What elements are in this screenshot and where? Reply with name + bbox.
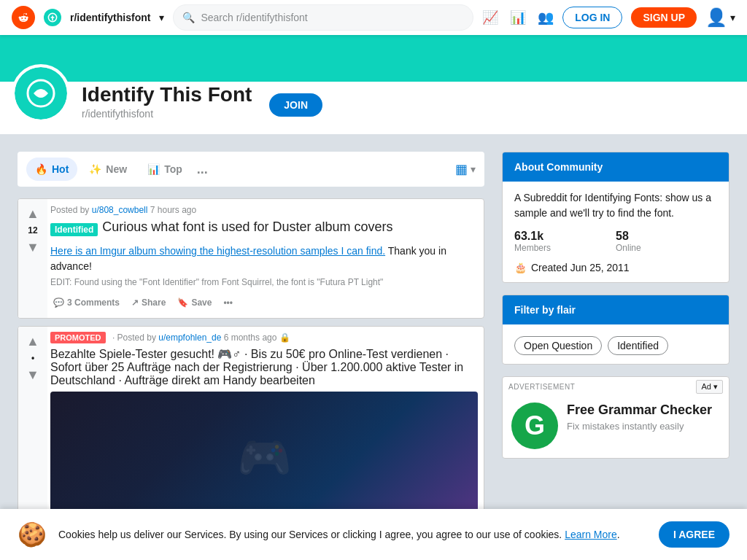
top-nav: r/identifythisfont ▾ 🔍 Search r/identify… xyxy=(0,0,747,35)
sort-new-button[interactable]: ✨ New xyxy=(80,158,136,181)
login-button[interactable]: LOG IN xyxy=(562,7,622,28)
view-mode-icon: ▦ xyxy=(455,161,468,177)
post-flair[interactable]: Identified xyxy=(50,223,98,236)
main-layout: 🔥 Hot ✨ New 📊 Top ... ▦ ▾ ▲ 12 xyxy=(0,152,747,537)
comments-button[interactable]: 💬 3 Comments xyxy=(50,293,123,312)
community-banner xyxy=(0,35,747,82)
about-community-header: About Community xyxy=(503,152,729,182)
subreddit-dropdown-icon[interactable]: ▾ xyxy=(159,12,164,23)
community-description: A Subreddit for Identifying Fonts: show … xyxy=(514,190,717,221)
advertisement-card: ADVERTISEMENT Ad ▾ G Free Grammar Checke… xyxy=(502,376,729,459)
new-icon: ✨ xyxy=(89,163,101,175)
post-time: 7 hours ago xyxy=(150,205,196,215)
trending-icon[interactable]: 📈 xyxy=(482,9,498,26)
ad-label: ADVERTISEMENT xyxy=(508,383,575,391)
community-info: Identify This Font r/identifythisfont xyxy=(82,83,252,122)
ad-content: G Free Grammar Checker Fix mistakes inst… xyxy=(503,397,729,458)
subreddit-nav-name[interactable]: r/identifythisfont xyxy=(70,12,150,23)
community-header: Identify This Font r/identifythisfont JO… xyxy=(0,82,747,134)
cookie-agree-button[interactable]: I AGREE xyxy=(659,521,729,548)
promoted-vote-count: • xyxy=(31,353,34,363)
search-placeholder: Search r/identifythisfont xyxy=(201,12,307,23)
about-community-body: A Subreddit for Identifying Fonts: show … xyxy=(503,182,729,282)
comment-icon: 💬 xyxy=(53,298,64,308)
promoted-post-meta: PROMOTED · Posted by u/empfohlen_de 6 mo… xyxy=(50,332,478,343)
post-title: Curious what font is used for Duster alb… xyxy=(102,219,392,235)
post-edit-text: EDIT: Found using the "Font Identifier" … xyxy=(50,277,478,287)
hot-icon: 🔥 xyxy=(35,163,47,175)
cake-icon: 🎂 xyxy=(514,262,527,273)
view-toggle[interactable]: ▦ ▾ xyxy=(455,161,476,177)
save-icon: 🔖 xyxy=(177,298,188,308)
post-meta: Posted by u/808_cowbell 7 hours ago xyxy=(50,205,478,215)
search-icon: 🔍 xyxy=(182,12,195,23)
upvote-button[interactable]: ▲ xyxy=(24,205,42,222)
members-stat: 63.1k Members xyxy=(514,230,616,253)
reddit-logo[interactable] xyxy=(12,6,35,29)
post-card[interactable]: ▲ 12 ▼ Posted by u/808_cowbell 7 hours a… xyxy=(18,198,484,319)
nav-icon-group: 📈 📊 👥 xyxy=(482,9,554,26)
learn-more-link[interactable]: Learn More xyxy=(565,529,617,540)
view-dropdown-icon: ▾ xyxy=(471,163,476,175)
members-count: 63.1k xyxy=(514,230,616,243)
community-stats: 63.1k Members 58 Online xyxy=(514,230,717,253)
cookie-icon: 🍪 xyxy=(18,521,47,548)
sort-top-button[interactable]: 📊 Top xyxy=(139,158,191,181)
online-label: Online xyxy=(616,243,717,253)
user-menu[interactable]: 👤 ▾ xyxy=(705,7,735,28)
promoted-badge: PROMOTED xyxy=(50,332,106,343)
community-title: Identify This Font xyxy=(82,83,252,106)
community-subreddit-name: r/identifythisfont xyxy=(82,108,252,120)
downvote-button[interactable]: ▼ xyxy=(24,238,42,256)
subreddit-nav-icon xyxy=(44,9,61,26)
user-avatar-icon: 👤 xyxy=(705,7,727,28)
promoted-vote-column: ▲ • ▼ xyxy=(18,327,47,529)
community-icon-wrap xyxy=(12,64,70,122)
cookie-banner: 🍪 Cookies help us deliver our Services. … xyxy=(0,509,747,554)
ad-text: Free Grammar Checker Fix mistakes instan… xyxy=(567,402,712,432)
promoted-author-link[interactable]: u/empfohlen_de xyxy=(158,332,221,343)
sidebar: About Community A Subreddit for Identify… xyxy=(502,152,729,537)
share-icon: ↗ xyxy=(131,298,139,308)
about-community-card: About Community A Subreddit for Identify… xyxy=(502,152,729,283)
join-button[interactable]: JOIN xyxy=(269,93,322,117)
post-actions: 💬 3 Comments ↗ Share 🔖 Save ••• xyxy=(50,293,478,312)
ad-brand-icon: G xyxy=(511,402,558,449)
signup-button[interactable]: SIGN UP xyxy=(631,7,697,28)
created-row: 🎂 Created Jun 25, 2011 xyxy=(514,262,717,273)
post-link[interactable]: Here is an Imgur album showing the highe… xyxy=(50,245,385,257)
post-author-link[interactable]: u/808_cowbell xyxy=(92,205,148,215)
user-menu-chevron[interactable]: ▾ xyxy=(730,12,735,23)
flair-filter-body: Open Question Identified xyxy=(503,324,729,364)
members-label: Members xyxy=(514,243,616,253)
promoted-post-card[interactable]: ▲ • ▼ PROMOTED · Posted by u/empfohlen_d… xyxy=(18,326,484,529)
sort-more-button[interactable]: ... xyxy=(194,162,211,177)
promoted-post-image: 🎮 xyxy=(50,392,478,523)
flair-filter-header: Filter by flair xyxy=(503,295,729,324)
share-button[interactable]: ↗ Share xyxy=(128,293,169,312)
chart-icon[interactable]: 📊 xyxy=(510,9,526,26)
ad-title: Free Grammar Checker xyxy=(567,402,712,418)
cookie-text: Cookies help us deliver our Services. By… xyxy=(58,529,647,540)
ad-badge[interactable]: Ad ▾ xyxy=(696,380,723,394)
online-stat: 58 Online xyxy=(616,230,717,253)
promoted-upvote-button[interactable]: ▲ xyxy=(24,332,42,350)
flair-tag-identified[interactable]: Identified xyxy=(608,336,668,355)
top-icon: 📊 xyxy=(147,163,160,175)
search-bar[interactable]: 🔍 Search r/identifythisfont xyxy=(173,4,473,31)
promoted-downvote-button[interactable]: ▼ xyxy=(24,366,42,384)
promoted-post-body: PROMOTED · Posted by u/empfohlen_de 6 mo… xyxy=(47,327,484,529)
post-body: Posted by u/808_cowbell 7 hours ago Iden… xyxy=(47,199,484,318)
sort-bar: 🔥 Hot ✨ New 📊 Top ... ▦ ▾ xyxy=(18,152,484,187)
community-icon xyxy=(15,67,67,120)
created-label: Created Jun 25, 2011 xyxy=(531,262,630,273)
sort-hot-button[interactable]: 🔥 Hot xyxy=(26,158,77,181)
feed: 🔥 Hot ✨ New 📊 Top ... ▦ ▾ ▲ 12 xyxy=(18,152,484,537)
flair-tag-open-question[interactable]: Open Question xyxy=(514,336,602,355)
flair-filter-card: Filter by flair Open Question Identified xyxy=(502,295,729,365)
online-count: 58 xyxy=(616,230,717,243)
more-actions-button[interactable]: ••• xyxy=(220,293,236,312)
save-button[interactable]: 🔖 Save xyxy=(174,293,214,312)
community-icon[interactable]: 👥 xyxy=(538,9,554,26)
vote-column: ▲ 12 ▼ xyxy=(18,199,47,318)
